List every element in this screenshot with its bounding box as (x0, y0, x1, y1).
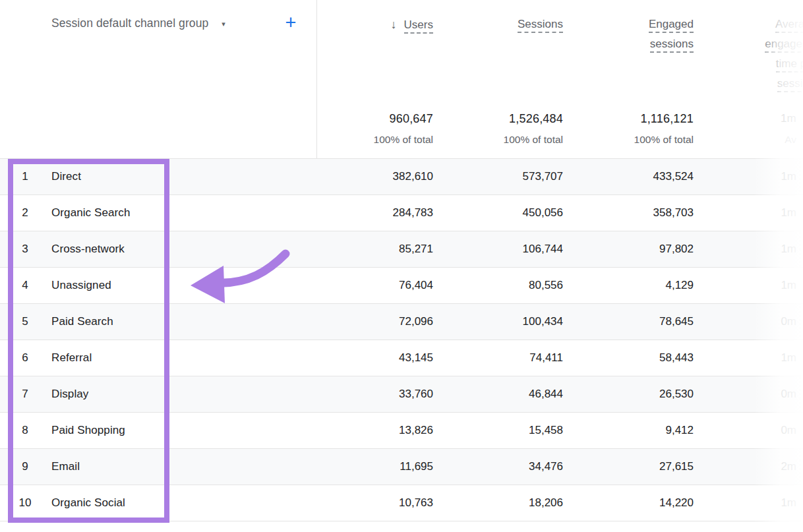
table-row: 1 Direct 382,610 573,707 433,524 1m (0, 159, 803, 195)
total-engaged-sessions: 1,116,121 (570, 112, 694, 126)
total-users-share: 100% of total (310, 134, 433, 146)
row-index: 3 (13, 231, 37, 267)
avg-time-value: 0m (698, 304, 796, 340)
avg-header-line3: time per (776, 57, 803, 73)
sessions-value: 18,206 (440, 485, 563, 521)
total-users: 960,647 (310, 112, 433, 126)
add-dimension-button[interactable]: + (282, 11, 300, 34)
row-index: 5 (13, 304, 37, 340)
sessions-value: 15,458 (440, 413, 563, 448)
total-avg-engagement-share: Av (698, 134, 796, 146)
users-value: 43,145 (310, 340, 433, 376)
channel-name: Referral (51, 340, 289, 376)
row-index: 10 (13, 485, 37, 521)
avg-time-value: 1m (698, 195, 796, 231)
avg-time-value: 1m (698, 268, 796, 303)
sessions-value: 80,556 (440, 268, 563, 303)
analytics-table-page: Session default channel group ▾ + ↓Users… (0, 0, 803, 532)
plus-icon: + (285, 12, 297, 33)
total-engaged-sessions-share: 100% of total (570, 134, 694, 146)
users-value: 382,610 (310, 159, 433, 194)
channel-name: Organic Search (51, 195, 289, 231)
total-sessions-share: 100% of total (440, 134, 563, 146)
column-header-engaged-sessions[interactable]: Engaged sessions (588, 15, 694, 54)
channel-name: Paid Shopping (51, 413, 289, 448)
engaged-value: 27,615 (570, 449, 694, 485)
sort-descending-icon: ↓ (391, 18, 397, 31)
column-header-sessions[interactable]: Sessions (460, 15, 563, 34)
table-row: 8 Paid Shopping 13,826 15,458 9,412 0m (0, 413, 803, 449)
avg-time-value: 2m (698, 449, 796, 485)
table-row: 7 Display 33,760 46,844 26,530 0m (0, 376, 803, 413)
channel-name: Email (51, 449, 289, 485)
table-row: 9 Email 11,695 34,476 27,615 2m (0, 449, 803, 485)
users-header-label: Users (404, 18, 433, 34)
dimension-label: Session default channel group (51, 16, 208, 30)
avg-time-value: 0m (698, 376, 796, 412)
row-index: 1 (13, 159, 37, 194)
row-index: 8 (13, 413, 37, 448)
engaged-value: 78,645 (570, 304, 694, 340)
users-value: 284,783 (310, 195, 433, 231)
avg-time-value: 1m (698, 159, 796, 194)
avg-time-value: 0m (698, 413, 796, 448)
sessions-value: 34,476 (440, 449, 563, 485)
table-row: 4 Unassigned 76,404 80,556 4,129 1m (0, 268, 803, 304)
engaged-value: 14,220 (570, 485, 694, 521)
chevron-down-icon: ▾ (222, 18, 225, 28)
users-value: 76,404 (310, 268, 433, 303)
avg-time-value: 1m (698, 340, 796, 376)
sessions-value: 46,844 (440, 376, 563, 412)
channel-name: Unassigned (51, 268, 289, 303)
sessions-value: 450,056 (440, 195, 563, 231)
users-value: 11,695 (310, 449, 433, 485)
channel-name: Cross-network (51, 231, 289, 267)
total-sessions: 1,526,484 (440, 112, 563, 126)
table-row: 10 Organic Social 10,763 18,206 14,220 1… (0, 485, 803, 521)
engaged-value: 58,443 (570, 340, 694, 376)
sessions-value: 74,411 (440, 340, 563, 376)
engaged-value: 97,802 (570, 231, 694, 267)
users-value: 33,760 (310, 376, 433, 412)
users-value: 85,271 (310, 231, 433, 267)
users-value: 10,763 (310, 485, 433, 521)
channel-name: Direct (51, 159, 289, 194)
row-index: 6 (13, 340, 37, 376)
avg-time-value: 1m (698, 231, 796, 267)
users-value: 72,096 (310, 304, 433, 340)
total-avg-engagement-time: 1m (698, 112, 796, 125)
column-header-avg-engagement-time[interactable]: Average engagement time per session (735, 15, 803, 94)
table-row: 5 Paid Search 72,096 100,434 78,645 0m (0, 304, 803, 340)
row-index: 7 (13, 376, 37, 412)
channel-name: Display (51, 376, 289, 412)
sessions-value: 573,707 (440, 159, 563, 194)
engaged-header-line1: Engaged (649, 18, 694, 33)
sessions-header-label: Sessions (518, 18, 563, 33)
column-header-users[interactable]: ↓Users (330, 15, 433, 35)
sessions-value: 100,434 (440, 304, 563, 340)
engaged-value: 26,530 (570, 376, 694, 412)
table-body: 1 Direct 382,610 573,707 433,524 1m 2 Or… (0, 158, 803, 521)
row-index: 9 (13, 449, 37, 485)
avg-time-value: 1m (698, 485, 796, 521)
table-row: 3 Cross-network 85,271 106,744 97,802 1m (0, 231, 803, 268)
engaged-value: 433,524 (570, 159, 694, 194)
engaged-value: 358,703 (570, 195, 694, 231)
table-row: 2 Organic Search 284,783 450,056 358,703… (0, 195, 803, 231)
avg-header-line2: engagement (765, 38, 803, 53)
sessions-value: 106,744 (440, 231, 563, 267)
dimension-selector[interactable]: Session default channel group ▾ (51, 15, 225, 32)
table-row: 6 Referral 43,145 74,411 58,443 1m (0, 340, 803, 376)
avg-header-line4: session (777, 77, 803, 92)
avg-header-line1: Average (775, 18, 803, 33)
row-index: 4 (13, 268, 37, 303)
users-value: 13,826 (310, 413, 433, 448)
engaged-value: 4,129 (570, 268, 694, 303)
engaged-value: 9,412 (570, 413, 694, 448)
channel-name: Organic Social (51, 485, 289, 521)
channel-name: Paid Search (51, 304, 289, 340)
engaged-header-line2: sessions (650, 38, 694, 53)
row-index: 2 (13, 195, 37, 231)
